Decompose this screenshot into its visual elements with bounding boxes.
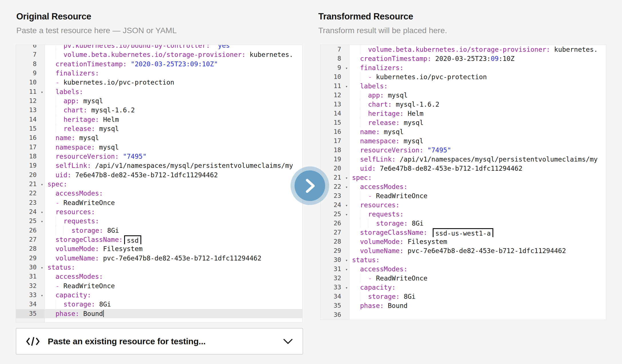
code-line[interactable]: 34storage: 8Gi (16, 300, 302, 309)
fold-arrow-icon[interactable]: ▾ (345, 256, 348, 265)
code-line[interactable]: 32- ReadWriteOnce (321, 274, 606, 283)
fold-arrow-icon[interactable]: ▾ (345, 265, 348, 274)
code-line[interactable]: 25▾requests: (16, 216, 302, 226)
fold-arrow-icon[interactable]: ▾ (345, 173, 348, 182)
code-line[interactable]: 17namespace: mysql (321, 136, 606, 146)
code-line[interactable]: 11▾labels: (16, 87, 302, 96)
line-number: 11 (16, 87, 45, 96)
code-line[interactable]: 33▾capacity: (321, 283, 606, 292)
code-line[interactable]: 23- ReadWriteOnce (321, 191, 606, 200)
code-text: chart: mysql-1.6.2 (63, 106, 302, 115)
code-line[interactable]: 13chart: mysql-1.6.2 (321, 100, 606, 109)
code-line[interactable]: 24▾resources: (16, 207, 302, 216)
code-line[interactable]: 26storage: 8Gi (16, 226, 302, 235)
code-line[interactable]: 31▾accessModes: (321, 264, 606, 274)
code-line[interactable]: 21▾spec: (321, 173, 606, 182)
code-line[interactable]: 26storage: 8Gi (321, 219, 606, 228)
line-number: 19 (16, 161, 45, 170)
token-dash: - (368, 73, 372, 81)
code-line[interactable]: 10- kubernetes.io/pvc-protection (321, 72, 606, 81)
fold-arrow-icon[interactable]: ▾ (345, 201, 348, 210)
code-line[interactable]: 7volume.beta.kubernetes.io/storage-provi… (321, 45, 606, 54)
code-line[interactable]: 30▾status: (16, 263, 302, 272)
code-line-content: selfLink: /api/v1/namespaces/mysql/persi… (45, 161, 302, 170)
code-line[interactable]: 19selfLink: /api/v1/namespaces/mysql/per… (321, 155, 606, 164)
original-resource-editor[interactable]: 6pv.kubernetes.io/bound-by-controller: "… (16, 45, 303, 323)
token-plain: kubernetes.io/pvc-protection (372, 73, 487, 81)
code-line[interactable]: 20uid: 7e6e47b8-de82-453e-b712-1dfc11294… (16, 170, 302, 180)
transform-button[interactable] (291, 166, 329, 205)
code-line[interactable]: 17namespace: mysql (16, 143, 302, 152)
code-line[interactable]: 36 (321, 310, 606, 319)
code-line[interactable]: 24▾resources: (321, 200, 606, 210)
code-line[interactable]: 35phase: Bound (321, 301, 606, 310)
code-line[interactable]: 12app: mysql (321, 91, 606, 100)
code-line[interactable]: 28volumeMode: Filesystem (16, 244, 302, 253)
code-line[interactable]: 27storageClassName: ssd-us-west1-a (321, 228, 606, 237)
fold-arrow-icon[interactable]: ▾ (345, 210, 348, 219)
code-line[interactable]: 10- kubernetes.io/pvc-protection (16, 78, 302, 87)
code-line[interactable]: 27storageClassName:ssd (16, 235, 302, 244)
code-line[interactable]: 15release: mysql (321, 118, 606, 127)
gutter-cell: 7 (16, 50, 45, 59)
code-line[interactable]: 35phase: Bound (16, 309, 302, 318)
code-text: resources: (55, 207, 302, 216)
code-line[interactable]: 21▾spec: (16, 180, 302, 189)
code-line[interactable]: 22▾accessModes: (321, 182, 606, 191)
code-line-content: - kubernetes.io/pvc-protection (45, 78, 302, 87)
code-line[interactable]: 22accessModes: (16, 189, 302, 198)
code-line[interactable]: 14heritage: Helm (16, 115, 302, 124)
code-line[interactable]: 6pv.kubernetes.io/bound-by-controller: "… (16, 45, 302, 50)
code-line[interactable]: 8creationTimestamp: 2020-03-25T23:09:10Z (321, 54, 606, 63)
code-line[interactable]: 12app: mysql (16, 96, 302, 106)
paste-resource-dropdown[interactable]: Paste an existing resource for testing..… (16, 328, 303, 355)
line-number: 13 (321, 100, 349, 109)
code-line[interactable]: 9▾finalizers: (321, 63, 606, 72)
code-line[interactable]: 30▾status: (321, 255, 606, 264)
code-line[interactable]: 29volumeName: pvc-7e6e47b8-de82-453e-b71… (321, 246, 606, 255)
fold-arrow-icon[interactable]: ▾ (345, 63, 348, 73)
fold-arrow-icon[interactable]: ▾ (345, 82, 348, 91)
transformed-resource-editor[interactable]: 7volume.beta.kubernetes.io/storage-provi… (320, 45, 606, 320)
line-number: 30 (16, 263, 45, 272)
code-line[interactable]: 31accessModes: (16, 272, 302, 281)
code-line[interactable]: 32- ReadWriteOnce (16, 281, 302, 291)
code-line[interactable]: 34storage: 8Gi (321, 292, 606, 301)
code-line[interactable]: 23- ReadWriteOnce (16, 198, 302, 207)
transformed-panel-subtitle: Transform result will be placed here. (318, 26, 447, 35)
fold-arrow-icon[interactable]: ▾ (41, 208, 43, 217)
fold-arrow-icon[interactable]: ▾ (41, 217, 43, 226)
line-number: 34 (16, 300, 45, 309)
line-number: 36 (321, 310, 349, 319)
code-line-content: chart: mysql-1.6.2 (45, 106, 302, 115)
fold-arrow-icon[interactable]: ▾ (41, 263, 43, 272)
code-line[interactable]: 9finalizers: (16, 69, 302, 78)
code-line[interactable]: 11▾labels: (321, 81, 606, 91)
code-line[interactable]: 15release: mysql (16, 124, 302, 133)
code-line[interactable]: 18resourceVersion: "7495" (16, 152, 302, 161)
fold-arrow-icon[interactable]: ▾ (41, 180, 43, 189)
code-line[interactable]: 25▾requests: (321, 210, 606, 219)
gutter-cell: 18 (321, 146, 349, 155)
code-line[interactable]: 14heritage: Helm (321, 109, 606, 118)
gutter-cell: 8 (321, 54, 349, 63)
code-line[interactable]: 33▾capacity: (16, 291, 302, 300)
fold-arrow-icon[interactable]: ▾ (41, 87, 43, 97)
code-line[interactable]: 7volume.beta.kubernetes.io/storage-provi… (16, 50, 302, 59)
code-line[interactable]: 16name: mysql (321, 127, 606, 136)
code-line[interactable]: 13chart: mysql-1.6.2 (16, 106, 302, 115)
code-line[interactable]: 28volumeMode: Filesystem (321, 237, 606, 246)
line-number: 14 (16, 115, 45, 124)
code-text: status: (352, 255, 606, 264)
fold-arrow-icon[interactable]: ▾ (345, 182, 348, 192)
code-line[interactable]: 29volumeName: pvc-7e6e47b8-de82-453e-b71… (16, 254, 302, 263)
code-line[interactable]: 19selfLink: /api/v1/namespaces/mysql/per… (16, 161, 302, 170)
code-line[interactable]: 18resourceVersion: "7495" (321, 146, 606, 155)
indent-guide (360, 45, 360, 54)
code-line[interactable]: 16name: mysql (16, 133, 302, 142)
fold-arrow-icon[interactable]: ▾ (345, 283, 348, 292)
code-line[interactable]: 20uid: 7e6e47b8-de82-453e-b712-1dfc11294… (321, 164, 606, 173)
code-line[interactable]: 8creationTimestamp: "2020-03-25T23:09:10… (16, 59, 302, 69)
line-number: 9 (321, 63, 349, 72)
fold-arrow-icon[interactable]: ▾ (41, 291, 43, 300)
